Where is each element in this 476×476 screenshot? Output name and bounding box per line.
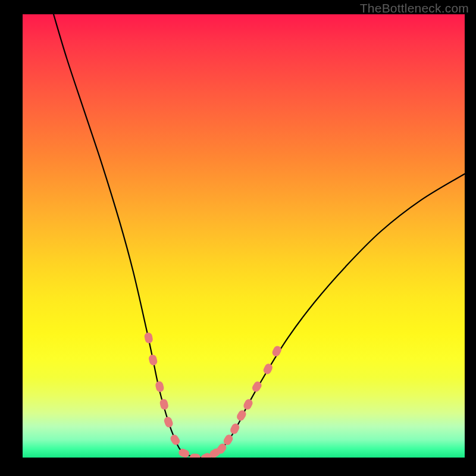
marker-point (271, 345, 283, 358)
marker-point (159, 398, 169, 411)
marker-point (262, 362, 274, 375)
marker-point (155, 380, 165, 393)
bottleneck-curve (23, 14, 465, 458)
marker-point (229, 422, 241, 436)
marker-point (169, 433, 181, 446)
marker-point (190, 454, 201, 458)
marker-point (163, 416, 174, 428)
watermark-text: TheBottleneck.com (360, 1, 469, 15)
valley-curve (54, 14, 465, 458)
plot-area (23, 14, 465, 458)
marker-point (144, 332, 154, 344)
marker-point (242, 398, 254, 411)
chart-frame: TheBottleneck.com (0, 0, 476, 476)
marker-point (236, 409, 248, 422)
marker-point (148, 354, 158, 367)
